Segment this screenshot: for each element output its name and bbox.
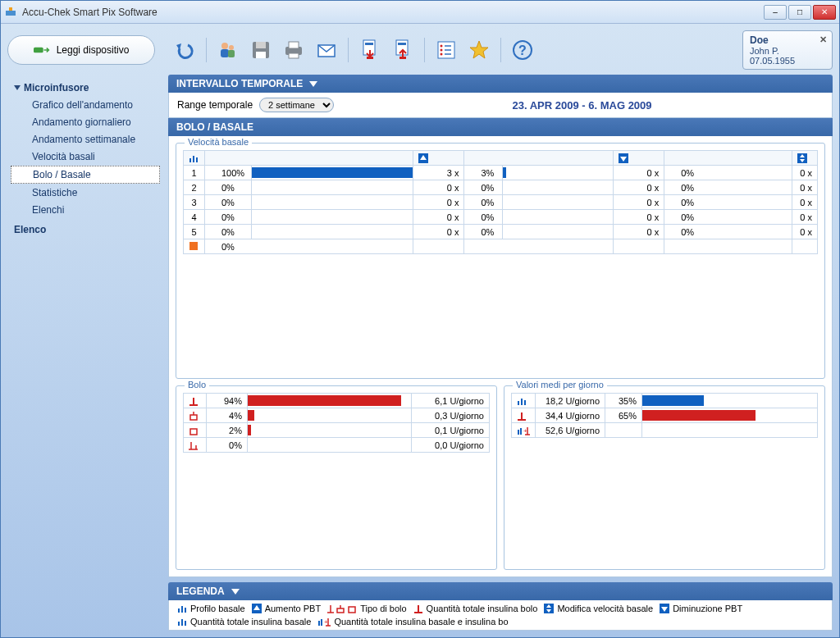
patient-info[interactable]: ✕ Doe John P. 07.05.1955 — [742, 30, 833, 70]
patient-surname: Doe — [750, 34, 769, 46]
nav-item-weekly-trend[interactable]: Andamento settimanale — [11, 131, 160, 148]
close-button[interactable]: ✕ — [813, 5, 836, 20]
interval-header[interactable]: INTERVALLO TEMPORALE — [168, 75, 833, 93]
svg-rect-11 — [289, 42, 299, 48]
svg-rect-29 — [189, 158, 191, 162]
basal-amount-icon — [517, 396, 527, 406]
svg-point-4 — [229, 45, 234, 50]
mail-icon — [315, 39, 338, 62]
svg-rect-6 — [228, 50, 235, 57]
svg-rect-18 — [398, 43, 406, 45]
content-area: Leggi dispositivo ? ✕ Doe — [1, 24, 839, 637]
bolo-type-icon — [189, 411, 199, 421]
basal-row: 1 100% 3 x 3% 0 x 0% 0 x — [184, 166, 818, 180]
nav-item-lists[interactable]: Elenchi — [11, 202, 160, 218]
svg-rect-49 — [520, 428, 522, 435]
svg-rect-70 — [321, 619, 322, 626]
basal-row: 4 0% 0 x 0% 0 x 0% 0 x — [184, 210, 818, 225]
svg-rect-44 — [521, 399, 523, 405]
svg-rect-5 — [221, 49, 229, 57]
svg-rect-9 — [256, 52, 266, 58]
read-device-label: Leggi dispositivo — [57, 44, 130, 56]
svg-point-3 — [221, 43, 228, 49]
svg-rect-43 — [518, 401, 519, 405]
svg-rect-0 — [6, 11, 16, 16]
svg-rect-39 — [190, 429, 197, 435]
legend: LEGENDA Profilo basale Aumento PBT Tipo … — [168, 582, 833, 631]
svg-rect-60 — [337, 608, 344, 613]
star-icon — [468, 39, 491, 62]
interval-body: Range temporale 2 settimane 23. APR 2009… — [168, 93, 833, 118]
leg-qt-bolo: Quantità totale insulina bolo — [413, 604, 538, 613]
leg-modifica-vel: Modifica velocità basale — [544, 604, 653, 613]
svg-point-22 — [441, 49, 443, 52]
nav-item-daily-trend[interactable]: Andamento giornaliero — [11, 114, 160, 130]
minimize-button[interactable]: – — [764, 5, 787, 20]
dropdown-icon — [231, 589, 240, 595]
leg-profilo-basale: Profilo basale — [177, 604, 245, 613]
app-window: Accu-Chek Smart Pix Software – □ ✕ Leggi… — [0, 0, 840, 638]
svg-rect-16 — [367, 57, 373, 59]
bolo-panel: Bolo 94% 6,1 U/giorno 4% 0,3 U/giorno 2%… — [176, 385, 497, 570]
nav-item-trend-graph[interactable]: Grafico dell'andamento — [11, 97, 160, 113]
pdf-export-icon — [358, 39, 381, 62]
panels-container: Velocità basale 1 10 — [168, 136, 833, 577]
svg-rect-2 — [34, 48, 43, 53]
printer-icon — [282, 39, 305, 62]
bolo-title: Bolo — [185, 380, 209, 390]
svg-rect-31 — [196, 157, 198, 162]
total-amount-icon: + — [517, 426, 530, 435]
svg-rect-67 — [181, 619, 183, 626]
patient-close-icon[interactable]: ✕ — [819, 34, 827, 45]
svg-rect-8 — [256, 42, 266, 48]
read-device-button[interactable]: Leggi dispositivo — [7, 35, 155, 65]
favorite-button[interactable] — [464, 35, 494, 65]
save-button[interactable] — [246, 35, 276, 65]
sidebar: Microinfusore Grafico dell'andamento And… — [7, 75, 163, 631]
device-icon — [34, 43, 50, 57]
svg-rect-61 — [349, 607, 355, 613]
avg-row-total: +52,6 U/giorno — [512, 423, 818, 438]
app-icon — [4, 6, 17, 19]
help-icon: ? — [511, 39, 534, 62]
svg-rect-69 — [318, 621, 320, 626]
nav-group-elenco[interactable]: Elenco — [11, 221, 160, 238]
email-button[interactable] — [312, 35, 341, 65]
nav-item-statistics[interactable]: Statistiche — [11, 185, 160, 201]
leg-tipo-bolo: Tipo di bolo — [327, 604, 406, 613]
print-button[interactable] — [279, 35, 308, 65]
bolo-type-icon — [189, 440, 199, 450]
floppy-icon — [249, 39, 272, 62]
svg-rect-19 — [399, 57, 406, 59]
maximize-button[interactable]: □ — [788, 5, 811, 20]
patients-button[interactable] — [213, 35, 243, 65]
avg-panel: Valori medi per giorno 18,2 U/giorno35% … — [504, 385, 825, 570]
svg-rect-45 — [524, 400, 526, 405]
titlebar: Accu-Chek Smart Pix Software – □ ✕ — [1, 1, 839, 24]
range-label: Range temporale — [177, 99, 253, 111]
window-title: Accu-Chek Smart Pix Software — [22, 7, 764, 18]
nav-group-microinfusore[interactable]: Microinfusore — [11, 80, 160, 96]
bolo-basale-header: BOLO / BASALE — [168, 118, 833, 136]
help-button[interactable]: ? — [508, 35, 537, 65]
dropdown-icon — [309, 81, 317, 87]
undo-button[interactable] — [170, 35, 199, 65]
nav-item-basal-rates[interactable]: Velocità basali — [11, 148, 160, 165]
import-pdf-button[interactable] — [388, 35, 418, 65]
bolo-row: 4% 0,3 U/giorno — [184, 408, 490, 423]
basal-panel: Velocità basale 1 10 — [176, 143, 825, 379]
basal-row: 2 0% 0 x 0% 0 x 0% 0 x — [184, 180, 818, 195]
nav-item-bolo-basale[interactable]: Bolo / Basale — [11, 166, 160, 184]
col-change-icon — [792, 151, 817, 166]
orange-square-icon — [189, 242, 198, 250]
range-select[interactable]: 2 settimane — [259, 98, 334, 112]
legend-header[interactable]: LEGENDA — [168, 582, 833, 600]
patient-dob: 07.05.1955 — [750, 56, 795, 66]
basal-title: Velocità basale — [185, 137, 252, 147]
settings-button[interactable] — [431, 35, 461, 65]
export-pdf-button[interactable] — [355, 35, 385, 65]
undo-icon — [173, 39, 196, 62]
bolo-amount-icon — [517, 411, 527, 421]
svg-rect-38 — [190, 415, 197, 420]
toolbar: Leggi dispositivo ? ✕ Doe — [7, 30, 833, 70]
